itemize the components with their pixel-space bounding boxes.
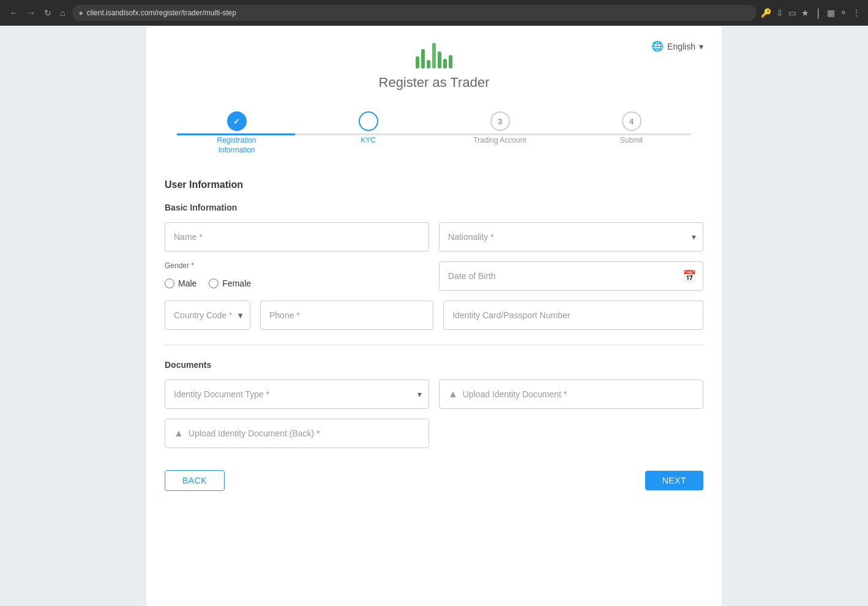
extensions-icon[interactable]: ▦ (827, 8, 835, 18)
col-dob: 📅 (439, 261, 703, 291)
nav-reload[interactable]: ↻ (42, 7, 54, 19)
gender-male-label: Male (178, 279, 196, 288)
browser-chrome: ← → ↻ ⌂ ● client.isandisofx.com/register… (0, 0, 868, 26)
step-4-label: Submit (620, 136, 643, 146)
upload-back-button[interactable]: ▲ Upload Identity Document (Back) * (165, 419, 429, 448)
logo-bar-5 (438, 51, 441, 69)
logo (165, 38, 703, 69)
step-submit: 4 Submit (566, 111, 697, 146)
id-type-wrapper: Identity Document Type * (165, 380, 429, 409)
col-gender: Gender * Male Female (165, 261, 429, 291)
gender-female-radio[interactable] (209, 279, 219, 288)
row-name-nationality: Nationality * (165, 222, 703, 252)
lang-label: English (667, 42, 695, 51)
logo-bar-2 (421, 49, 425, 69)
step-trading: 3 Trading Account (434, 111, 566, 146)
user-info-title: User Information (165, 179, 703, 190)
browser-actions: 🔑 ⇩ ▭ ★ | ▦ ⚬ ⋮ (761, 7, 861, 20)
button-row: BACK NEXT (146, 458, 722, 503)
logo-bar-4 (432, 43, 436, 69)
dob-wrapper: 📅 (439, 261, 703, 291)
gender-female-label: Female (222, 279, 251, 288)
gender-radio-group: Male Female (165, 276, 429, 288)
next-button[interactable]: NEXT (645, 471, 703, 490)
section-divider (165, 345, 703, 345)
page-container: 🌐 English ▾ Register as Trader ✓ (146, 26, 722, 606)
logo-bars (416, 38, 452, 69)
globe-icon: 🌐 (651, 40, 664, 52)
upload-front-icon: ▲ (448, 389, 458, 400)
step-1-circle: ✓ (227, 111, 247, 131)
row-gender-dob: Gender * Male Female 📅 (165, 261, 703, 291)
step-3-circle: 3 (490, 111, 510, 131)
col-upload-front: ▲ Upload Identity Document * (439, 380, 703, 409)
step-2-label: KYC (361, 136, 376, 146)
star-icon[interactable]: ★ (801, 8, 809, 18)
col-name (165, 222, 429, 252)
col-country-code: Country Code * ▼ (165, 301, 250, 330)
nationality-wrapper: Nationality * (439, 222, 703, 252)
logo-bar-3 (427, 60, 430, 69)
col-id-type: Identity Document Type * (165, 380, 429, 409)
country-code-select[interactable]: Country Code * (165, 301, 250, 330)
cast-icon[interactable]: ▭ (788, 8, 796, 18)
basic-info-title: Basic Information (165, 203, 703, 212)
documents-title: Documents (165, 360, 703, 370)
gender-male-option[interactable]: Male (165, 279, 196, 288)
col-nationality: Nationality * (439, 222, 703, 252)
gender-female-option[interactable]: Female (209, 279, 251, 288)
id-number-input[interactable] (443, 301, 703, 330)
language-selector[interactable]: 🌐 English ▾ (651, 40, 703, 52)
gender-male-radio[interactable] (165, 279, 174, 288)
country-code-wrapper: Country Code * ▼ (165, 301, 250, 330)
id-type-select[interactable]: Identity Document Type * (165, 380, 429, 409)
stepper: ✓ RegistrationInformation KYC 3 Trading … (146, 111, 722, 155)
name-input[interactable] (165, 222, 429, 252)
form-content: User Information Basic Information Natio… (146, 179, 722, 448)
step-3-label: Trading Account (473, 136, 526, 146)
profile-icon[interactable]: ⚬ (840, 8, 847, 18)
browser-nav: ← → ↻ ⌂ (7, 7, 67, 19)
col-id-number (443, 301, 703, 330)
logo-bar-6 (443, 59, 447, 69)
address-bar[interactable]: ● client.isandisofx.com/register/trader/… (72, 5, 756, 21)
upload-back-label: Upload Identity Document (Back) * (189, 428, 320, 438)
col-empty (439, 419, 703, 448)
step-2-circle (359, 111, 378, 131)
upload-back-icon: ▲ (174, 428, 184, 439)
phone-input[interactable] (260, 301, 433, 330)
col-phone (260, 301, 433, 330)
key-icon[interactable]: 🔑 (761, 8, 771, 18)
row-documents: Identity Document Type * ▲ Upload Identi… (165, 380, 703, 409)
step-4-circle: 4 (622, 111, 642, 131)
page-title: Register as Trader (165, 75, 703, 91)
row-phone: Country Code * ▼ (165, 301, 703, 330)
url-text: client.isandisofx.com/register/trader/mu… (87, 9, 236, 17)
step-kyc: KYC (302, 111, 434, 146)
nationality-select[interactable]: Nationality * (439, 222, 703, 252)
nav-forward[interactable]: → (24, 7, 38, 19)
name-field (165, 222, 429, 252)
row-upload-back: ▲ Upload Identity Document (Back) * (165, 419, 703, 448)
menu-icon[interactable]: ⋮ (852, 8, 861, 18)
step-registration: ✓ RegistrationInformation (171, 111, 302, 155)
download-icon[interactable]: ⇩ (776, 8, 784, 18)
nav-home[interactable]: ⌂ (58, 7, 67, 19)
col-upload-back: ▲ Upload Identity Document (Back) * (165, 419, 429, 448)
upload-front-button[interactable]: ▲ Upload Identity Document * (439, 380, 703, 409)
dob-input[interactable] (439, 261, 703, 291)
nav-back[interactable]: ← (7, 7, 21, 19)
gender-label: Gender * (165, 261, 429, 270)
logo-bar-1 (416, 56, 419, 69)
back-button[interactable]: BACK (165, 470, 225, 491)
logo-bar-7 (449, 55, 452, 69)
step-1-label: RegistrationInformation (217, 136, 256, 155)
upload-front-label: Upload Identity Document * (463, 389, 567, 399)
header: 🌐 English ▾ Register as Trader (146, 26, 722, 111)
lang-arrow: ▾ (699, 42, 703, 51)
